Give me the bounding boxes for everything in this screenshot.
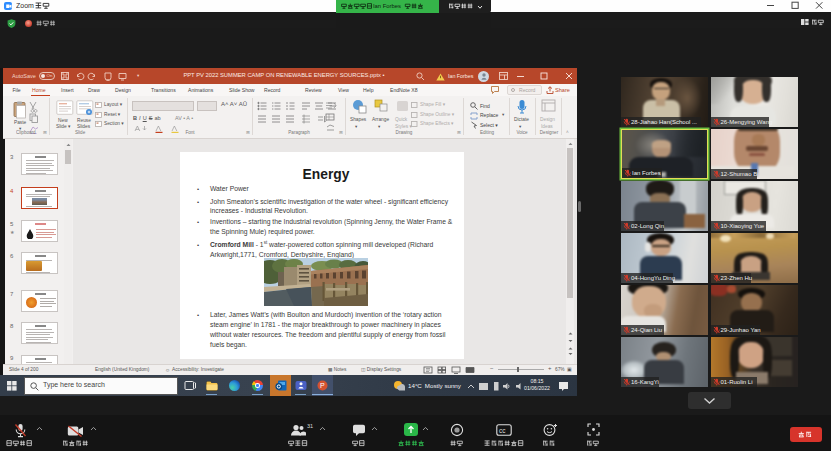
svg-text:Ian Forbes: Ian Forbes xyxy=(373,3,401,9)
svg-text:P: P xyxy=(320,382,325,389)
svg-text:Zoom: Zoom xyxy=(16,2,34,9)
svg-text:Clipboard: Clipboard xyxy=(16,130,36,135)
svg-text:cc: cc xyxy=(499,427,506,434)
